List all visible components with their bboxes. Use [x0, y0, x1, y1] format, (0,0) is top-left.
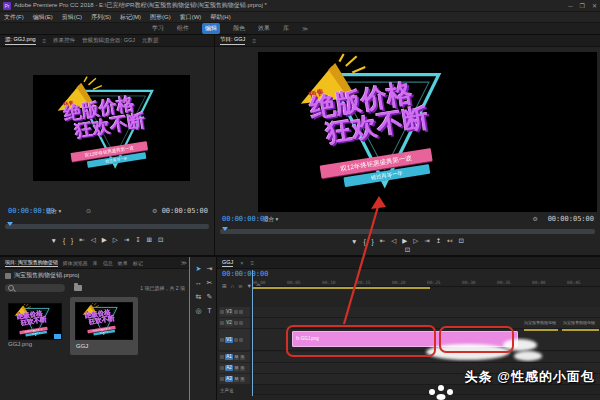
- tab-close-icon[interactable]: ×: [240, 260, 243, 266]
- menu-item[interactable]: 窗口(W): [180, 13, 202, 22]
- track-output-icon[interactable]: [239, 338, 243, 342]
- tab-audio-clip-mixer[interactable]: 音频剪辑混合器: GGJ: [82, 37, 135, 44]
- tab-program[interactable]: 节目: GGJ: [220, 36, 245, 45]
- solo-button[interactable]: S: [240, 355, 245, 360]
- sync-lock-icon[interactable]: [234, 321, 238, 325]
- export-frame-icon[interactable]: ⊡: [459, 237, 464, 245]
- workspace-tab-libraries[interactable]: 库: [283, 24, 289, 33]
- track-lock-icon[interactable]: [220, 310, 224, 314]
- mark-out-icon[interactable]: }: [372, 238, 374, 245]
- track-select-forward-tool[interactable]: ⇥: [207, 265, 213, 273]
- panel-menu-icon[interactable]: ≡: [252, 38, 256, 44]
- insert-icon[interactable]: ↧: [135, 236, 140, 244]
- minimize-button[interactable]: ─: [568, 3, 572, 9]
- project-item-selected-card[interactable]: 预售 绝版价格狂欢不断 双12年终钜惠盛典第一波 错过再等一年 GGJ: [70, 297, 138, 355]
- timeline-clip-label-right[interactable]: 淘宝预售购物促销: [563, 320, 595, 325]
- linked-selection-icon[interactable]: ∞: [239, 283, 243, 289]
- workspace-overflow-icon[interactable]: ≫: [302, 25, 308, 32]
- source-scrub-bar[interactable]: [5, 224, 209, 229]
- maximize-button[interactable]: ❐: [580, 2, 585, 9]
- tab-effects[interactable]: 效果: [118, 260, 128, 266]
- tab-source[interactable]: 源: GGJ.png: [5, 36, 36, 45]
- program-playhead[interactable]: [222, 227, 228, 231]
- solo-button[interactable]: S: [240, 377, 245, 382]
- source-settings-icon[interactable]: ⚙: [152, 207, 157, 214]
- solo-button[interactable]: S: [240, 366, 245, 371]
- project-item-thumbnail-png[interactable]: 预售 绝版价格狂欢不断 双12年终钜惠盛典第一波 错过再等一年: [8, 303, 62, 340]
- track-lock-icon[interactable]: [220, 338, 224, 342]
- menu-item[interactable]: 剪辑(C): [62, 13, 82, 22]
- track-lock-icon[interactable]: [220, 321, 224, 325]
- workspace-tab-color[interactable]: 颜色: [233, 24, 245, 33]
- nest-toggle-icon[interactable]: ⊞: [222, 283, 227, 289]
- track-target-a2[interactable]: A2: [225, 365, 233, 371]
- add-marker-icon[interactable]: ▼: [50, 237, 56, 244]
- source-playhead[interactable]: [7, 222, 13, 226]
- track-target-a3[interactable]: A3: [225, 376, 233, 382]
- menu-item[interactable]: 序列(S): [91, 13, 111, 22]
- project-item-label[interactable]: GGJ.png: [8, 341, 32, 347]
- go-to-in-icon[interactable]: ⇤: [79, 236, 84, 244]
- step-forward-icon[interactable]: ▷: [113, 236, 118, 244]
- timeline-clip-v1[interactable]: fx GGJ.png: [292, 331, 518, 347]
- project-item-thumbnail-sequence[interactable]: 预售 绝版价格狂欢不断 双12年终钜惠盛典第一波 错过再等一年: [75, 302, 133, 340]
- new-bin-folder-icon[interactable]: [74, 285, 82, 291]
- menu-item[interactable]: 图形(G): [150, 13, 171, 22]
- selection-tool[interactable]: ➤: [196, 265, 202, 273]
- workspace-tab-editing[interactable]: 编辑: [202, 23, 220, 34]
- play-icon[interactable]: ▶: [402, 237, 407, 245]
- mark-out-icon[interactable]: }: [71, 237, 73, 244]
- slip-tool[interactable]: ⇆: [196, 293, 202, 301]
- panel-menu-icon[interactable]: ≡: [43, 38, 47, 44]
- menu-item[interactable]: 帮助(H): [210, 13, 230, 22]
- mute-button[interactable]: M: [234, 355, 239, 360]
- pen-tool[interactable]: ✎: [207, 293, 213, 301]
- track-target-v3[interactable]: V3: [225, 309, 233, 315]
- export-frame-icon[interactable]: ⊡: [158, 236, 163, 244]
- sync-lock-icon[interactable]: [234, 338, 238, 342]
- add-marker-icon[interactable]: ▼: [351, 238, 357, 245]
- tab-metadata[interactable]: 元数据: [142, 37, 159, 44]
- type-tool[interactable]: T: [207, 307, 211, 315]
- close-button[interactable]: ✕: [592, 2, 597, 9]
- tab-info[interactable]: 信息: [103, 260, 113, 266]
- razor-tool[interactable]: ✂: [207, 279, 213, 287]
- play-icon[interactable]: ▶: [102, 236, 107, 244]
- mark-in-icon[interactable]: {: [63, 237, 65, 244]
- panel-menu-icon[interactable]: ≡: [251, 260, 255, 266]
- extract-icon[interactable]: ↤: [447, 237, 452, 245]
- project-tabs-overflow-icon[interactable]: ≫: [181, 259, 187, 266]
- search-input[interactable]: [5, 284, 65, 292]
- overwrite-icon[interactable]: ⊞: [147, 236, 152, 244]
- track-output-icon[interactable]: [239, 310, 243, 314]
- menu-item[interactable]: 文件(F): [4, 13, 24, 22]
- go-to-in-icon[interactable]: ⇤: [380, 237, 385, 245]
- step-forward-icon[interactable]: ▷: [413, 237, 418, 245]
- menu-item[interactable]: 标记(M): [120, 13, 141, 22]
- track-output-icon[interactable]: [239, 321, 243, 325]
- workspace-tab-effects[interactable]: 效果: [258, 24, 270, 33]
- comparison-view-icon[interactable]: ⊡: [405, 246, 410, 254]
- tab-media-browser[interactable]: 媒体浏览器: [63, 260, 88, 266]
- workspace-tab-learning[interactable]: 学习: [152, 24, 164, 33]
- snap-icon[interactable]: ∩: [231, 283, 235, 289]
- hand-tool[interactable]: ◎: [195, 307, 201, 315]
- mute-button[interactable]: M: [234, 366, 239, 371]
- tab-markers[interactable]: 标记: [133, 260, 143, 266]
- workspace-tab-assembly[interactable]: 组件: [177, 24, 189, 33]
- tab-libraries[interactable]: 库: [93, 260, 98, 266]
- program-zoom-select[interactable]: 适合 ▾: [263, 216, 278, 223]
- tab-effect-controls[interactable]: 效果控件: [53, 37, 75, 44]
- tab-project[interactable]: 项目: 淘宝预售购物促销: [5, 259, 58, 267]
- track-target-v2[interactable]: V2: [225, 320, 233, 326]
- track-lock-icon[interactable]: [220, 355, 224, 359]
- timeline-playhead[interactable]: [252, 270, 253, 396]
- track-target-v1[interactable]: V1: [225, 337, 233, 343]
- program-settings-icon[interactable]: ⚙: [533, 215, 538, 222]
- timeline-ruler[interactable]: 00:0000:0500:1000:1500:2000:2500:3000:35…: [252, 270, 600, 287]
- sync-lock-icon[interactable]: [234, 310, 238, 314]
- step-back-icon[interactable]: ◁: [91, 236, 96, 244]
- go-to-out-icon[interactable]: ⇥: [124, 236, 129, 244]
- menu-item[interactable]: 编辑(E): [33, 13, 53, 22]
- program-scrub-bar[interactable]: [220, 229, 595, 234]
